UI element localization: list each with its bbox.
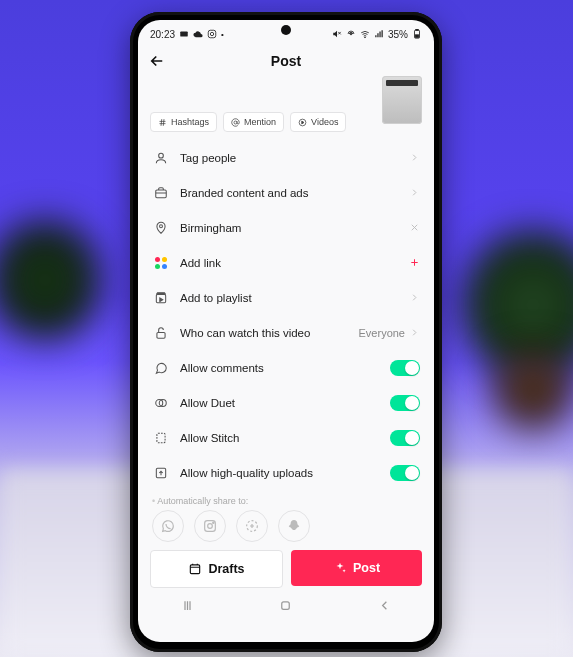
row-label: Allow comments (170, 362, 390, 374)
row-location[interactable]: Birmingham (152, 210, 420, 245)
person-icon (154, 151, 168, 165)
upload-icon (154, 466, 168, 480)
svg-rect-13 (156, 190, 167, 198)
stories-icon (244, 518, 260, 534)
location-icon (154, 221, 168, 235)
status-notif-icon (179, 29, 189, 39)
svg-point-12 (159, 153, 164, 158)
screen: 20:23 • 35% (138, 20, 434, 642)
share-snapchat[interactable] (278, 510, 310, 542)
share-row (138, 510, 434, 550)
svg-rect-16 (157, 332, 165, 338)
svg-rect-9 (415, 35, 418, 38)
svg-point-23 (213, 522, 214, 523)
phone-frame: 20:23 • 35% (130, 12, 442, 652)
clear-location-button[interactable] (409, 222, 420, 233)
share-whatsapp[interactable] (152, 510, 184, 542)
svg-point-6 (365, 37, 366, 38)
nav-back[interactable] (377, 598, 392, 617)
chip-mention-label: Mention (244, 117, 276, 127)
row-allow-comments: Allow comments (152, 350, 420, 385)
svg-rect-26 (282, 601, 290, 609)
footer-buttons: Drafts Post (138, 550, 434, 594)
row-allow-duet: Allow Duet (152, 385, 420, 420)
svg-rect-25 (191, 565, 200, 574)
toggle-hq[interactable] (390, 465, 420, 481)
briefcase-icon (154, 186, 168, 200)
nav-recents[interactable] (180, 598, 195, 617)
instagram-icon (202, 518, 218, 534)
playlist-icon (154, 291, 168, 305)
svg-point-10 (234, 121, 237, 124)
toggle-duet[interactable] (390, 395, 420, 411)
header: Post (138, 44, 434, 78)
status-wifi-icon (360, 29, 370, 39)
share-stories[interactable] (236, 510, 268, 542)
row-label: Branded content and ads (170, 187, 409, 199)
chevron-right-icon (409, 187, 420, 198)
close-icon (409, 222, 420, 233)
status-hotspot-icon (346, 29, 356, 39)
status-battery-icon (412, 29, 422, 39)
duet-icon (154, 396, 168, 410)
chip-hashtags[interactable]: Hashtags (150, 112, 217, 132)
chip-hashtags-label: Hashtags (171, 117, 209, 127)
row-label: Who can watch this video (170, 327, 359, 339)
chip-videos-label: Videos (311, 117, 338, 127)
row-label: Add to playlist (170, 292, 409, 304)
chevron-right-icon (409, 327, 420, 338)
row-label: Allow Duet (170, 397, 390, 409)
share-label: Automatically share to: (138, 490, 434, 510)
chip-mention[interactable]: Mention (223, 112, 284, 132)
status-instagram-icon (207, 29, 217, 39)
row-privacy[interactable]: Who can watch this video Everyone (152, 315, 420, 350)
post-button[interactable]: Post (291, 550, 422, 586)
at-icon (231, 118, 240, 127)
lock-icon (154, 326, 168, 340)
plus-icon (409, 257, 420, 268)
chevron-right-icon (409, 152, 420, 163)
svg-point-22 (208, 524, 213, 529)
row-label: Allow Stitch (170, 432, 390, 444)
chip-videos[interactable]: Videos (290, 112, 346, 132)
row-add-link[interactable]: Add link (152, 245, 420, 280)
row-branded-content[interactable]: Branded content and ads (152, 175, 420, 210)
link-dots-icon (154, 256, 168, 270)
svg-point-14 (160, 224, 163, 227)
status-battery-pct: 35% (388, 29, 408, 40)
row-label: Allow high-quality uploads (170, 467, 390, 479)
video-thumbnail[interactable] (382, 76, 422, 124)
svg-point-2 (210, 32, 213, 35)
front-camera (281, 25, 291, 35)
status-signal-icon (374, 29, 384, 39)
hash-icon (158, 118, 167, 127)
back-button[interactable] (148, 52, 166, 74)
whatsapp-icon (160, 518, 176, 534)
share-instagram[interactable] (194, 510, 226, 542)
status-mute-icon (332, 29, 342, 39)
status-time: 20:23 (150, 29, 175, 40)
status-cloud-icon (193, 29, 203, 39)
toggle-comments[interactable] (390, 360, 420, 376)
svg-rect-0 (180, 32, 188, 37)
comment-icon (154, 361, 168, 375)
svg-rect-1 (208, 30, 216, 38)
nav-home[interactable] (278, 598, 293, 617)
row-label: Birmingham (170, 222, 409, 234)
stitch-icon (154, 431, 168, 445)
svg-point-5 (350, 33, 352, 35)
android-nav (138, 594, 434, 620)
toggle-stitch[interactable] (390, 430, 420, 446)
play-icon (298, 118, 307, 127)
status-more: • (221, 30, 224, 39)
privacy-value: Everyone (359, 327, 409, 339)
drafts-button[interactable]: Drafts (150, 550, 283, 588)
row-label: Tag people (170, 152, 409, 164)
row-add-playlist[interactable]: Add to playlist (152, 280, 420, 315)
row-tag-people[interactable]: Tag people (152, 140, 420, 175)
post-label: Post (353, 561, 380, 575)
page-title: Post (271, 53, 301, 69)
row-allow-stitch: Allow Stitch (152, 420, 420, 455)
chevron-right-icon (409, 292, 420, 303)
drafts-icon (188, 562, 202, 576)
